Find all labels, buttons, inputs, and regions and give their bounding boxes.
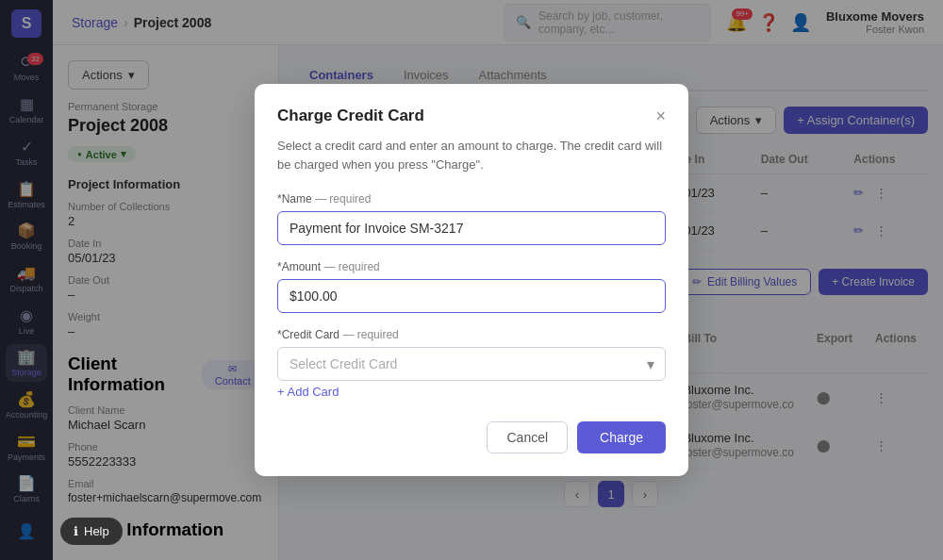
- modal-description: Select a credit card and enter an amount…: [277, 137, 666, 173]
- name-field-group: *Name — required: [277, 192, 666, 245]
- modal-header: Charge Credit Card ×: [277, 107, 666, 125]
- amount-field-group: *Amount — required: [277, 260, 666, 313]
- amount-input[interactable]: [277, 279, 666, 313]
- modal-overlay: Charge Credit Card × Select a credit car…: [0, 0, 943, 560]
- charge-credit-card-modal: Charge Credit Card × Select a credit car…: [255, 84, 688, 476]
- help-label: Help: [84, 524, 109, 538]
- modal-footer: Cancel Charge: [277, 421, 666, 453]
- modal-title: Charge Credit Card: [277, 107, 424, 125]
- card-field-label: *Credit Card — required: [277, 328, 666, 341]
- help-button[interactable]: ℹ Help: [60, 518, 123, 545]
- add-card-label: + Add Card: [277, 385, 339, 399]
- amount-field-label: *Amount — required: [277, 260, 666, 273]
- name-required: — required: [315, 192, 371, 206]
- modal-close-button[interactable]: ×: [655, 107, 666, 124]
- card-select[interactable]: Select Credit Card: [277, 347, 666, 381]
- help-circle-icon: ℹ: [74, 524, 78, 538]
- add-card-button[interactable]: + Add Card: [277, 381, 339, 403]
- cancel-button[interactable]: Cancel: [487, 421, 568, 453]
- card-field-group: *Credit Card — required Select Credit Ca…: [277, 328, 666, 403]
- card-required: — required: [342, 328, 398, 341]
- amount-required: — required: [323, 260, 379, 273]
- name-input[interactable]: [277, 211, 666, 245]
- charge-button[interactable]: Charge: [577, 421, 666, 453]
- card-select-wrapper: Select Credit Card ▾: [277, 347, 666, 381]
- name-field-label: *Name — required: [277, 192, 666, 206]
